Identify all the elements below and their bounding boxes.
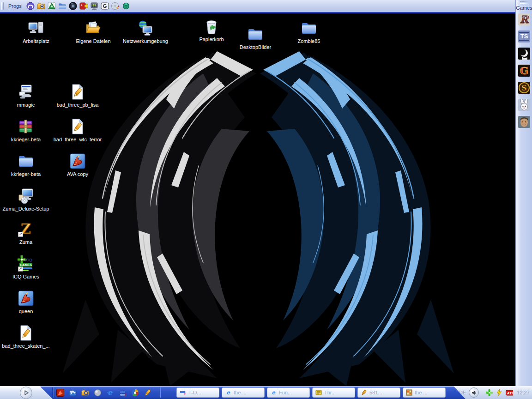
- folder-icon: [18, 153, 34, 169]
- speaker-button[interactable]: [469, 387, 479, 398]
- ts-game-icon[interactable]: TS: [518, 30, 530, 42]
- internet-explorer-icon: e: [270, 389, 277, 396]
- gothic-g-game-icon[interactable]: G: [518, 65, 530, 77]
- glyph-ati: ATI: [507, 391, 513, 395]
- sidebar-label: Games: [516, 5, 532, 11]
- t-online-icon: T: [180, 389, 186, 396]
- red-dragon-icon: [18, 290, 34, 307]
- desktop-icon-zombie85[interactable]: Zombie85: [281, 20, 337, 45]
- icon-label: ICQ Games: [12, 274, 40, 280]
- internet-explorer-icon: e: [225, 389, 231, 396]
- ornate-r-game-icon[interactable]: R: [518, 13, 530, 25]
- desktop-icon-icq-games[interactable]: ICQGAMES ➚ ICQ Games: [0, 255, 54, 280]
- icon-label: kkrieger-beta: [10, 137, 42, 143]
- desktop-icon-zuma[interactable]: Z ➚ Zuma: [0, 221, 54, 246]
- hero-face-game-icon[interactable]: [518, 116, 530, 128]
- media-doc-icon: [18, 325, 34, 341]
- installer-icon: [18, 84, 34, 100]
- zuma-z-icon: Z ➚: [18, 221, 34, 237]
- task-button-the-2[interactable]: the ...: [403, 387, 446, 398]
- cd-burn-icon[interactable]: [111, 2, 120, 10]
- task-button-fun[interactable]: e Fun...: [267, 387, 310, 398]
- icon-label: Zombie85: [297, 38, 321, 45]
- icon-label: DesktopBilder: [239, 44, 272, 51]
- clock[interactable]: 12:27: [517, 390, 530, 395]
- language-indicator[interactable]: DE: [459, 390, 466, 395]
- top-programs-toolbar: Progs 99 G: [0, 0, 516, 13]
- task-label: 581...: [369, 390, 382, 395]
- toolbar-icon-strip: 99 G: [26, 2, 130, 10]
- g-logo-icon[interactable]: G: [101, 2, 109, 10]
- icon-label: Arbeitsplatz: [22, 38, 50, 45]
- desktop-icon-arbeitsplatz[interactable]: Arbeitsplatz: [8, 20, 64, 45]
- gray-ball-icon[interactable]: [94, 389, 102, 397]
- task-button-the-1[interactable]: e the ...: [222, 387, 265, 398]
- system-tray: DE ATI 12:27: [453, 386, 532, 399]
- green-book-icon[interactable]: [122, 2, 130, 10]
- taskbar: e T T T-O... e the ... e Fun... Thr...: [0, 386, 532, 399]
- glyph-ts: TS: [520, 33, 528, 40]
- icon-label: Zuma_Deluxe-Setup: [2, 206, 50, 212]
- desktop-icon-eigene-dateien[interactable]: Eigene Dateien: [66, 20, 121, 45]
- disk-utility-icon[interactable]: [69, 389, 77, 397]
- rabbit-game-icon[interactable]: [518, 99, 530, 111]
- task-label: Thr...: [324, 390, 336, 395]
- desktop-icon-bad-three-pb-lisa[interactable]: bad_three_pb_lisa: [50, 84, 105, 109]
- svg-text:e: e: [272, 389, 276, 396]
- icon-label: Eigene Dateien: [75, 38, 111, 45]
- internet-explorer-icon[interactable]: e: [106, 389, 114, 397]
- glyph-99: 99: [92, 4, 96, 7]
- red-dragon-icon: [69, 153, 86, 169]
- icon-label: Zuma: [18, 239, 33, 246]
- desktop-icon-queen[interactable]: queen: [0, 290, 54, 315]
- hitman-face-game-icon[interactable]: [518, 48, 530, 60]
- clonecd-icon[interactable]: [69, 2, 77, 10]
- desktop-icon-bad-three-skaten[interactable]: bad_three_skaten_...: [0, 325, 54, 350]
- svg-text:T: T: [124, 393, 127, 397]
- desktop-icon-mmagic[interactable]: mmagic: [0, 84, 54, 109]
- task-button-t-online[interactable]: T T-O...: [176, 387, 219, 398]
- desktop-icon-ava-copy[interactable]: AVA copy: [50, 153, 105, 178]
- desktop-icon-kkrieger-beta-rar[interactable]: kkrieger-beta: [0, 118, 54, 143]
- ati-icon[interactable]: ATI: [506, 389, 513, 396]
- icq-flower-icon[interactable]: [485, 389, 493, 396]
- desktop-icon-zuma-deluxe-setup[interactable]: Zuma_Deluxe-Setup: [0, 187, 54, 212]
- winamp-headphones-icon[interactable]: [26, 2, 35, 10]
- toolbar-label: Progs: [8, 3, 22, 9]
- lightning-icon[interactable]: [496, 389, 503, 396]
- svg-text:e: e: [226, 389, 230, 396]
- setup-cd-icon: [18, 187, 34, 204]
- tray-icon-strip: ATI: [485, 389, 513, 396]
- media-doc-icon: [69, 84, 86, 100]
- search-folder-icon[interactable]: [81, 389, 89, 397]
- photo-folder-icon[interactable]: [37, 2, 45, 10]
- glyph-s: S: [521, 84, 527, 92]
- desktop-icon-bad-three-wtc-terror[interactable]: bad_three_wtc_terror: [50, 118, 105, 143]
- task-label: the ...: [234, 390, 247, 395]
- media-doc-icon: [69, 118, 86, 135]
- desktop-icon-desktopbilder[interactable]: DesktopBilder: [228, 26, 283, 51]
- icon-label: bad_three_skaten_...: [1, 343, 50, 350]
- start-button[interactable]: [20, 387, 32, 399]
- glyph-g: G: [520, 65, 529, 77]
- glyph-ie: e: [108, 389, 113, 397]
- folder-icon[interactable]: [58, 2, 66, 10]
- yellow-note-icon: [315, 389, 322, 396]
- pyramid-icon[interactable]: [48, 2, 56, 10]
- t-online-icon[interactable]: T: [119, 389, 127, 397]
- orange-brush-icon[interactable]: [144, 389, 151, 397]
- icon-label: Netzwerkumgebung: [122, 38, 169, 45]
- color-wheel-icon[interactable]: [131, 389, 139, 397]
- task-button-thr[interactable]: Thr...: [312, 387, 355, 398]
- red-dragon-icon[interactable]: [56, 389, 64, 397]
- desktop: Arbeitsplatz Eigene Dateien Netzwerkumge…: [0, 13, 516, 386]
- sidebar-grip[interactable]: [520, 1, 528, 4]
- task-label: T-O...: [188, 390, 201, 395]
- desktop-icon-netzwerkumgebung[interactable]: Netzwerkumgebung: [118, 20, 173, 45]
- toolbar-grip[interactable]: [1, 2, 4, 10]
- monitor-99-icon[interactable]: 99: [90, 2, 98, 10]
- task-button-581[interactable]: 581...: [357, 387, 400, 398]
- desktop-icon-kkrieger-beta-folder[interactable]: kkrieger-beta: [0, 153, 54, 178]
- pacman-box-icon[interactable]: [79, 2, 88, 10]
- settlers-s-game-icon[interactable]: S: [518, 82, 530, 94]
